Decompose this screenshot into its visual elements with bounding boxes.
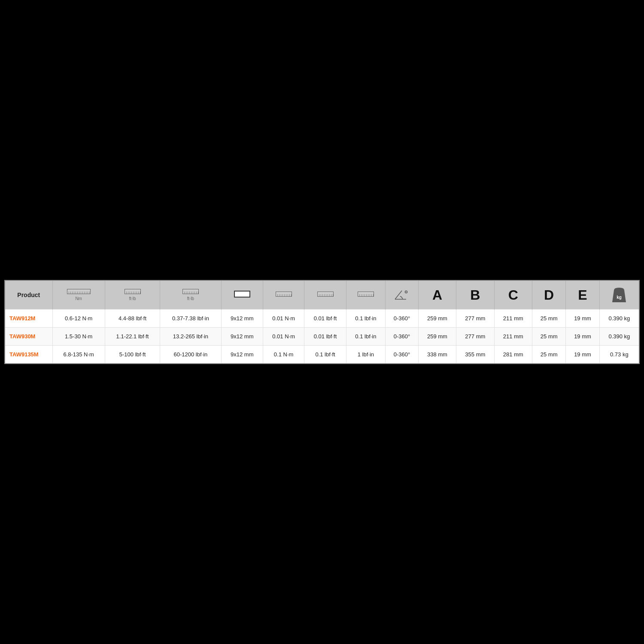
ruler-lg-icon [67,289,91,294]
letter-e: E [578,287,587,303]
cell-drive: 9x12 mm [221,328,263,346]
cell-res_lbfin: 1 lbf·in [346,346,385,364]
cell-product: TAW930M [5,328,52,346]
cell-dim_c: 211 mm [494,310,532,328]
cell-rotation: 0-360° [386,328,419,346]
cell-weight: 0.390 kg [599,310,639,328]
cell-torque_lbfin: 0.37-7.38 lbf·in [160,310,221,328]
rotation-header [389,289,415,301]
col-header-torque-nm: Nm [52,281,105,310]
cell-drive: 9x12 mm [221,310,263,328]
cell-product: TAW912M [5,310,52,328]
col-header-rotation [386,281,419,310]
col-header-dim-d: D [532,281,565,310]
cell-rotation: 0-360° [386,346,419,364]
weight-header: kg [603,287,635,303]
cell-torque_lbfin: 13.2-265 lbf·in [160,328,221,346]
table-row: TAW912M0.6-12 N·m4.4-88 lbf·ft0.37-7.38 … [5,310,639,328]
angle-icon [394,289,410,301]
cell-torque_lbfft: 5-100 lbf·ft [105,346,160,364]
col-header-drive [221,281,263,310]
cell-dim_e: 19 mm [566,310,599,328]
cell-res_lbfft: 0.1 lbf·ft [304,346,346,364]
ruler-sm-icon-1 [125,289,141,294]
cell-torque_nm: 0.6-12 N·m [52,310,105,328]
cell-dim_b: 277 mm [456,310,494,328]
spec-table-wrapper: Product Nm ft·lb [4,280,640,364]
ruler-sm-icon-4 [317,292,334,297]
cell-dim_a: 338 mm [418,346,456,364]
col-header-torque-lbfft: ft·lb [105,281,160,310]
res-nm-header [267,292,301,299]
table-row: TAW930M1.5-30 N·m1.1-22.1 lbf·ft13.2-265… [5,328,639,346]
product-label: Product [17,292,40,298]
col-header-dim-a: A [418,281,456,310]
col-header-dim-c: C [494,281,532,310]
ruler-sm-icon-5 [358,292,374,297]
cell-res_nm: 0.1 N·m [263,346,304,364]
col-header-res-nm [263,281,304,310]
letter-d: D [544,287,554,303]
letter-b: B [470,287,480,303]
res-lbfft-header [308,292,342,299]
cell-dim_e: 19 mm [566,328,599,346]
cell-dim_d: 25 mm [532,328,565,346]
ruler-sm-icon-2 [182,289,199,294]
cell-product: TAW9135M [5,346,52,364]
cell-weight: 0.390 kg [599,328,639,346]
cell-dim_a: 259 mm [418,328,456,346]
svg-text:kg: kg [617,295,622,300]
cell-torque_lbfft: 4.4-88 lbf·ft [105,310,160,328]
cell-dim_e: 19 mm [566,346,599,364]
cell-rotation: 0-360° [386,310,419,328]
cell-res_lbfft: 0.01 lbf·ft [304,310,346,328]
cell-res_lbfin: 0.1 lbf·in [346,328,385,346]
cell-weight: 0.73 kg [599,346,639,364]
spec-table: Product Nm ft·lb [5,281,639,363]
table-body: TAW912M0.6-12 N·m4.4-88 lbf·ft0.37-7.38 … [5,310,639,364]
torque-lbfin-unit: ft·lb [187,296,194,301]
cell-torque_nm: 6.8-135 N·m [52,346,105,364]
torque-nm-unit: Nm [75,296,82,301]
cell-dim_a: 259 mm [418,310,456,328]
letter-c: C [508,287,518,303]
cell-res_lbfft: 0.01 lbf·ft [304,328,346,346]
col-header-dim-e: E [566,281,599,310]
cell-dim_b: 355 mm [456,346,494,364]
letter-a: A [432,287,442,303]
cell-drive: 9x12 mm [221,346,263,364]
col-header-res-lbfin [346,281,385,310]
col-header-weight: kg [599,281,639,310]
torque-lbfft-unit: ft·lb [129,296,136,301]
cell-dim_d: 25 mm [532,346,565,364]
col-header-dim-b: B [456,281,494,310]
torque-lbfft-header: ft·lb [109,289,156,301]
cell-torque_nm: 1.5-30 N·m [52,328,105,346]
table-header-row: Product Nm ft·lb [5,281,639,310]
col-header-torque-lbfin: ft·lb [160,281,221,310]
ruler-sm-icon-3 [276,292,292,297]
col-header-product: Product [5,281,52,310]
rect-icon [234,291,250,298]
cell-torque_lbfft: 1.1-22.1 lbf·ft [105,328,160,346]
cell-res_lbfin: 0.1 lbf·in [346,310,385,328]
cell-res_nm: 0.01 N·m [263,328,304,346]
cell-dim_c: 281 mm [494,346,532,364]
res-lbfin-header [350,292,382,299]
torque-nm-header: Nm [56,289,101,301]
cell-res_nm: 0.01 N·m [263,310,304,328]
svg-line-0 [395,291,402,299]
svg-point-2 [405,291,407,293]
drive-header [225,291,259,300]
torque-lbfin-header: ft·lb [164,289,217,301]
cell-dim_d: 25 mm [532,310,565,328]
col-header-res-lbfft [304,281,346,310]
cell-torque_lbfin: 60-1200 lbf·in [160,346,221,364]
cell-dim_c: 211 mm [494,328,532,346]
table-row: TAW9135M6.8-135 N·m5-100 lbf·ft60-1200 l… [5,346,639,364]
cell-dim_b: 277 mm [456,328,494,346]
kg-icon: kg [612,287,626,303]
